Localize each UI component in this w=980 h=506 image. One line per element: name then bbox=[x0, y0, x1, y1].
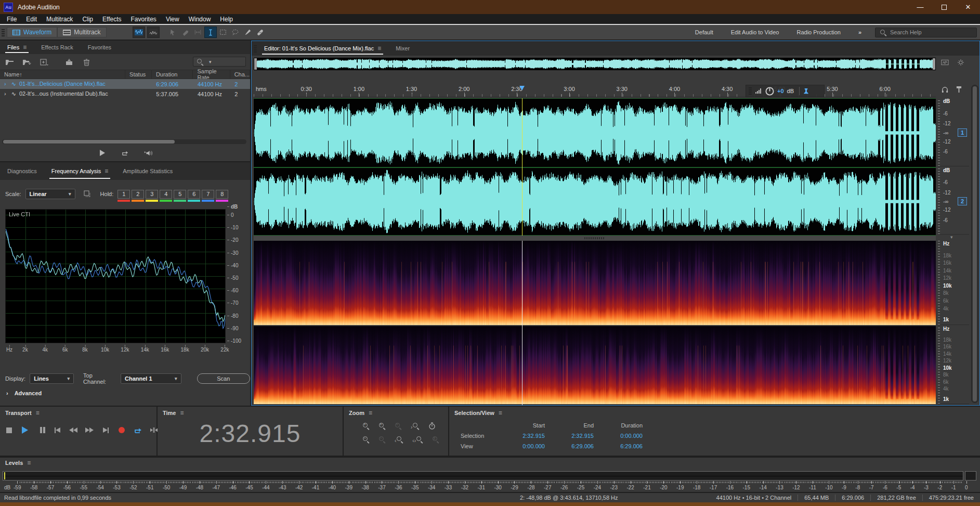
files-hscrollbar-thumb[interactable] bbox=[3, 140, 175, 144]
waveform-spectral-splitter[interactable] bbox=[254, 236, 936, 241]
show-spectral-toggle[interactable] bbox=[147, 27, 160, 38]
scan-button[interactable]: Scan bbox=[197, 373, 251, 384]
hold-button-8[interactable]: 8 bbox=[216, 190, 228, 199]
hold-button-4[interactable]: 4 bbox=[160, 190, 172, 199]
preview-play-button[interactable] bbox=[98, 148, 107, 158]
display-dropdown[interactable]: Lines▾ bbox=[30, 373, 74, 384]
move-tool[interactable] bbox=[167, 27, 179, 38]
playhead-line-waveform[interactable] bbox=[522, 98, 522, 236]
tab-mixer[interactable]: Mixer bbox=[388, 41, 417, 56]
import-file-icon[interactable] bbox=[22, 58, 31, 66]
pin-icon[interactable] bbox=[803, 88, 809, 95]
overview-left-handle[interactable] bbox=[254, 58, 257, 70]
value-end[interactable]: 6:29.006 bbox=[545, 443, 594, 449]
menu-effects[interactable]: Effects bbox=[98, 14, 126, 24]
hold-button-5[interactable]: 5 bbox=[174, 190, 186, 199]
level-meter[interactable] bbox=[3, 471, 963, 481]
open-file-icon[interactable] bbox=[5, 58, 14, 66]
gain-hud[interactable]: +0 dB bbox=[746, 85, 825, 97]
panel-menu-icon[interactable]: ≡ bbox=[180, 409, 184, 417]
workspace-radio-production[interactable]: Radio Production bbox=[796, 29, 840, 35]
knob-icon[interactable] bbox=[765, 87, 774, 96]
hud-grip[interactable] bbox=[749, 87, 752, 95]
files-search-input[interactable]: ▾ bbox=[193, 57, 246, 67]
hold-button-2[interactable]: 2 bbox=[132, 190, 144, 199]
value-duration[interactable]: 0:00.000 bbox=[594, 433, 643, 439]
razor-tool[interactable] bbox=[179, 27, 192, 38]
waveform-channel-2[interactable] bbox=[254, 167, 936, 236]
tab-favorites[interactable]: Favorites bbox=[81, 41, 119, 54]
tab-effects-rack[interactable]: Effects Rack bbox=[34, 41, 81, 54]
spectrogram-channel-2[interactable] bbox=[254, 326, 936, 404]
panel-menu-icon[interactable]: ≡ bbox=[27, 459, 31, 466]
advanced-toggle[interactable]: › Advanced bbox=[6, 390, 42, 396]
panel-menu-icon[interactable]: ≡ bbox=[499, 409, 502, 417]
top-channel-dropdown[interactable]: Channel 1▾ bbox=[121, 373, 181, 384]
timed-zoom-button[interactable] bbox=[428, 422, 436, 430]
overview-zoom-icon[interactable] bbox=[941, 59, 949, 66]
channel-badge-1[interactable]: 1 bbox=[958, 128, 967, 137]
new-content-icon[interactable] bbox=[40, 58, 48, 66]
zoom-out-time-button[interactable]: − bbox=[378, 436, 385, 444]
menu-window[interactable]: Window bbox=[184, 14, 216, 24]
multitrack-view-button[interactable]: Multitrack bbox=[57, 27, 106, 37]
hold-button-6[interactable]: 6 bbox=[188, 190, 200, 199]
zoom-in-amplitude-button[interactable]: + bbox=[362, 422, 369, 430]
play-button[interactable] bbox=[20, 425, 30, 435]
menu-view[interactable]: View bbox=[161, 14, 184, 24]
value-start[interactable]: 0:00.000 bbox=[496, 443, 545, 449]
tab-diagnostics[interactable]: Diagnostics bbox=[0, 162, 44, 180]
panel-menu-icon[interactable]: ≡ bbox=[104, 167, 108, 175]
playhead-marker[interactable] bbox=[519, 86, 525, 90]
frequency-graph[interactable]: Live CTI bbox=[5, 209, 226, 343]
zoom-in-frequency-button[interactable]: + bbox=[395, 422, 401, 430]
expand-chevron-icon[interactable]: › bbox=[4, 90, 6, 97]
toolbar-grip[interactable] bbox=[2, 28, 5, 36]
clip-indicator[interactable] bbox=[965, 471, 976, 481]
spot-healing-brush-tool[interactable] bbox=[254, 27, 267, 38]
hold-button-3[interactable]: 3 bbox=[146, 190, 158, 199]
column-header-name[interactable]: Name ↑ bbox=[0, 70, 125, 79]
panel-menu-icon[interactable]: ≡ bbox=[36, 409, 40, 417]
pause-button[interactable] bbox=[36, 425, 46, 435]
panel-menu-icon[interactable]: ≡ bbox=[377, 45, 381, 52]
overview-settings-icon[interactable] bbox=[957, 59, 964, 66]
insert-into-multitrack-icon[interactable] bbox=[65, 58, 74, 66]
zoom-to-selection-button[interactable]: ‹› bbox=[412, 436, 423, 444]
spectrogram-channel-1[interactable] bbox=[254, 241, 936, 325]
show-waveform-toggle[interactable] bbox=[133, 27, 145, 38]
minimize-button[interactable]: — bbox=[908, 0, 932, 14]
rewind-button[interactable] bbox=[69, 425, 78, 435]
vertical-zoom-scrollbar[interactable] bbox=[971, 85, 978, 403]
time-display[interactable]: 2:32.915 bbox=[158, 419, 343, 448]
hud-gain-value[interactable]: +0 bbox=[777, 88, 784, 94]
zoom-reset-button[interactable]: ± bbox=[432, 436, 439, 444]
panel-menu-icon[interactable]: ≡ bbox=[23, 44, 27, 51]
slip-tool[interactable] bbox=[192, 27, 204, 38]
value-end[interactable]: 2:32.915 bbox=[545, 433, 594, 439]
close-button[interactable]: ✕ bbox=[956, 0, 980, 14]
waveform-view-button[interactable]: Waveform bbox=[7, 27, 57, 37]
workspace-overflow-icon[interactable]: » bbox=[858, 29, 861, 35]
stop-button[interactable] bbox=[4, 425, 14, 435]
tab-amplitude-statistics[interactable]: Amplitude Statistics bbox=[115, 162, 180, 180]
lasso-selection-tool[interactable] bbox=[229, 27, 242, 38]
file-row[interactable]: ›∿01-It's...Delicious (Dance Mix).flac6:… bbox=[0, 79, 250, 89]
overview-right-handle[interactable] bbox=[933, 58, 935, 70]
hold-button-1[interactable]: 1 bbox=[117, 190, 130, 199]
column-header-samplerate[interactable]: Sample Rate bbox=[193, 70, 230, 79]
files-column-header[interactable]: Name ↑StatusDurationSample RateCha... bbox=[0, 70, 250, 79]
preview-loop-button[interactable] bbox=[121, 148, 130, 158]
zoom-to-out-point-button[interactable]: ‹ bbox=[395, 436, 403, 444]
files-hscrollbar[interactable] bbox=[2, 139, 246, 144]
hold-button-7[interactable]: 7 bbox=[202, 190, 214, 199]
overview-waveform[interactable] bbox=[254, 58, 935, 70]
menu-favorites[interactable]: Favorites bbox=[126, 14, 161, 24]
panel-menu-icon[interactable]: ≡ bbox=[369, 409, 372, 417]
expand-chevron-icon[interactable]: › bbox=[4, 81, 6, 87]
menu-multitrack[interactable]: Multitrack bbox=[42, 14, 77, 24]
menu-edit[interactable]: Edit bbox=[21, 14, 42, 24]
time-selection-tool[interactable] bbox=[204, 27, 217, 38]
frequency-graph-canvas[interactable] bbox=[6, 210, 225, 343]
workspace-edit-audio-to-video[interactable]: Edit Audio to Video bbox=[731, 29, 779, 35]
